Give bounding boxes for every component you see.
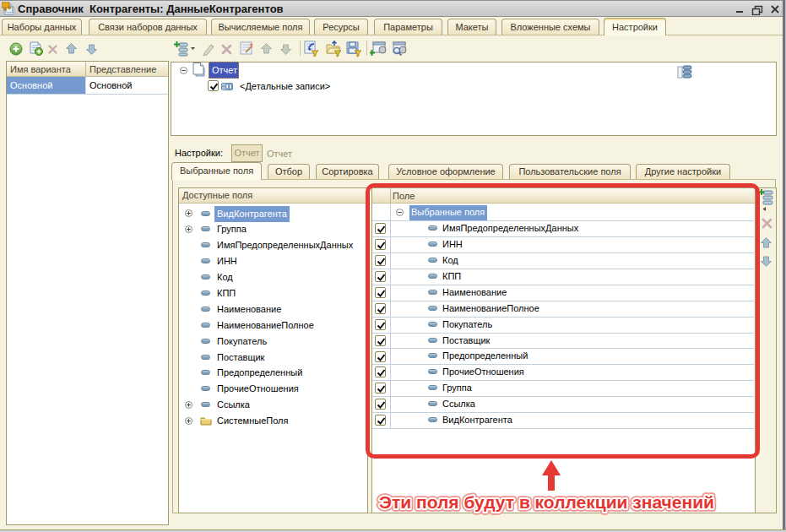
svg-text:Эти поля будут в коллекции зна: Эти поля будут в коллекции значений (379, 492, 714, 512)
